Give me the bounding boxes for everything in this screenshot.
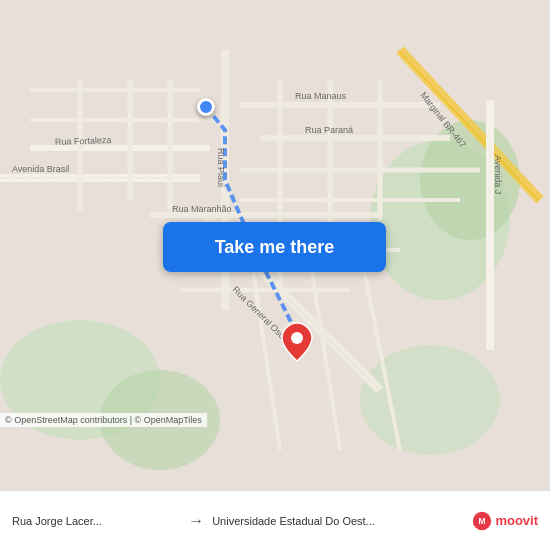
svg-text:M: M <box>479 516 486 526</box>
bottom-bar: Rua Jorge Lacer... → Universidade Estadu… <box>0 490 550 550</box>
svg-text:Rua Manaus: Rua Manaus <box>295 91 347 101</box>
map-attribution: © OpenStreetMap contributors | © OpenMap… <box>0 413 207 427</box>
svg-point-42 <box>291 332 303 344</box>
arrow-icon: → <box>188 512 204 530</box>
map-container: Rua Fortaleza Avenida Brasil Rua Maranhã… <box>0 0 550 490</box>
from-location: Rua Jorge Lacer... <box>12 515 180 527</box>
moovit-label: moovit <box>495 513 538 528</box>
moovit-logo: M moovit <box>472 511 538 531</box>
svg-text:Avenida J: Avenida J <box>493 155 503 194</box>
origin-marker <box>197 98 215 116</box>
svg-text:Rua Piaui: Rua Piaui <box>216 148 226 187</box>
to-location: Universidade Estadual Do Oest... <box>212 515 464 527</box>
svg-text:Rua Paraná: Rua Paraná <box>305 125 353 135</box>
svg-text:Avenida Brasil: Avenida Brasil <box>12 164 69 174</box>
svg-text:Rua Fortaleza: Rua Fortaleza <box>55 135 112 147</box>
destination-marker <box>282 323 312 363</box>
svg-text:Rua Maranhão: Rua Maranhão <box>172 204 232 214</box>
take-me-there-button[interactable]: Take me there <box>163 222 386 272</box>
moovit-icon: M <box>472 511 492 531</box>
